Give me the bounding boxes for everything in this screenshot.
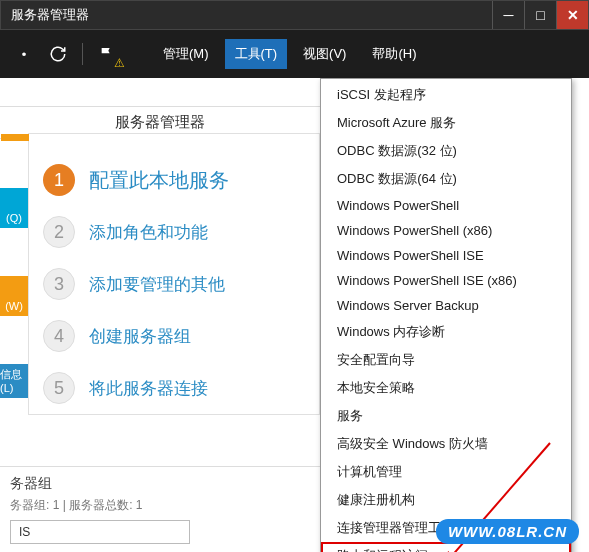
server-group-footer: 务器组 务器组: 1 | 服务器总数: 1 IS [0,466,320,552]
menu-tools[interactable]: 工具(T) [225,39,288,69]
tools-menu-item[interactable]: ODBC 数据源(32 位) [321,137,571,165]
step-create-group[interactable]: 4 创建服务器组 [29,310,319,362]
group-subtitle: 务器组: 1 | 服务器总数: 1 [10,497,310,514]
maximize-button[interactable]: □ [524,1,556,29]
step-number-4: 4 [43,320,75,352]
title-bar: 服务器管理器 ─ □ ✕ [0,0,589,30]
step-connect-cloud[interactable]: 5 将此服务器连接 [29,362,319,414]
step-configure-local[interactable]: 1 配置此本地服务 [29,154,319,206]
menu-manage[interactable]: 管理(M) [153,39,219,69]
bullet-icon: • [10,40,38,68]
step-add-other-servers[interactable]: 3 添加要管理的其他 [29,258,319,310]
tools-menu-item[interactable]: 服务 [321,402,571,430]
tools-menu-item[interactable]: Microsoft Azure 服务 [321,109,571,137]
tools-menu-item[interactable]: ODBC 数据源(64 位) [321,165,571,193]
tools-menu-item[interactable]: Windows Server Backup [321,293,571,318]
tools-menu-item[interactable]: 本地安全策略 [321,374,571,402]
step-number-1: 1 [43,164,75,196]
content-area: 服务器管理器 (Q) (W) 信息(L) 1 配置此本地服务 2 添加角色和功能… [0,78,589,552]
step-label: 添加角色和功能 [89,221,208,244]
tools-menu-item[interactable]: Windows PowerShell ISE (x86) [321,268,571,293]
tools-menu-item[interactable]: Windows 内存诊断 [321,318,571,346]
menu-view[interactable]: 视图(V) [293,39,356,69]
refresh-icon[interactable] [44,40,72,68]
left-tag-l[interactable]: 信息(L) [0,364,28,398]
tools-menu-item[interactable]: 计算机管理 [321,458,571,486]
window-title: 服务器管理器 [1,6,89,24]
tools-menu-item[interactable]: iSCSI 发起程序 [321,81,571,109]
notifications-flag-icon[interactable] [93,40,121,68]
tools-menu-item[interactable]: 高级安全 Windows 防火墙 [321,430,571,458]
step-label: 配置此本地服务 [89,167,229,194]
watermark: WWW.08LR.CN [436,519,579,544]
window-buttons: ─ □ ✕ [492,1,588,29]
tools-menu-item[interactable]: 安全配置向导 [321,346,571,374]
tools-menu-item[interactable]: Windows PowerShell [321,193,571,218]
left-tag-w[interactable]: (W) [0,276,28,316]
toolbar-separator [82,43,83,65]
minimize-button[interactable]: ─ [492,1,524,29]
tools-menu-item[interactable]: Windows PowerShell ISE [321,243,571,268]
tools-dropdown-menu: iSCSI 发起程序Microsoft Azure 服务ODBC 数据源(32 … [320,78,572,552]
step-label: 添加要管理的其他 [89,273,225,296]
menu-help[interactable]: 帮助(H) [362,39,426,69]
group-title: 务器组 [10,475,310,493]
step-label: 创建服务器组 [89,325,191,348]
tools-menu-item[interactable]: Windows PowerShell (x86) [321,218,571,243]
tools-menu-item[interactable]: 健康注册机构 [321,486,571,514]
left-tag-q[interactable]: (Q) [0,188,28,228]
quick-start-card: 1 配置此本地服务 2 添加角色和功能 3 添加要管理的其他 4 创建服务器组 … [28,133,320,415]
group-box[interactable]: IS [10,520,190,544]
close-button[interactable]: ✕ [556,1,588,29]
toolbar: • 管理(M) 工具(T) 视图(V) 帮助(H) [0,30,589,78]
step-label: 将此服务器连接 [89,377,208,400]
step-add-roles[interactable]: 2 添加角色和功能 [29,206,319,258]
step-number-3: 3 [43,268,75,300]
left-category-tags: (Q) (W) 信息(L) [0,188,28,446]
step-number-2: 2 [43,216,75,248]
step-number-5: 5 [43,372,75,404]
